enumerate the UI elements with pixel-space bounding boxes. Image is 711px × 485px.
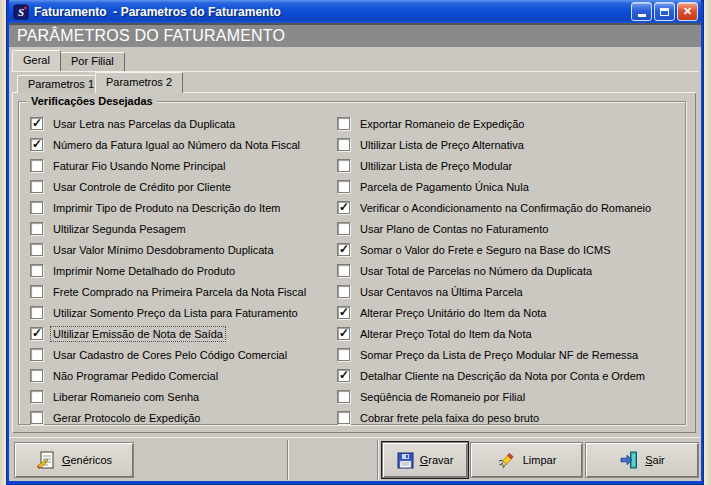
checkbox-label[interactable]: Utilizar Somento Preço da Lista para Fat… bbox=[51, 306, 300, 320]
checkbox-row: Somar o Valor do Frete e Seguro na Base … bbox=[337, 239, 685, 260]
sair-button-label: Sair bbox=[645, 454, 665, 466]
checkbox-label[interactable]: Detalhar Cliente na Descrição da Nota po… bbox=[358, 369, 647, 383]
checkbox-left-15[interactable] bbox=[30, 411, 43, 424]
svg-text:S: S bbox=[18, 6, 24, 18]
tab-geral[interactable]: Geral bbox=[12, 50, 61, 71]
checkbox-label[interactable]: Alterar Preço Unitário do Item da Nota bbox=[358, 306, 548, 320]
checkbox-row: Usar Total de Parcelas no Número da Dupl… bbox=[337, 260, 685, 281]
checkbox-row: Ultilizar Lista de Preço Alternativa bbox=[337, 134, 685, 155]
checkbox-label[interactable]: Usar Plano de Contas no Faturamento bbox=[358, 222, 550, 236]
page-title: PARÂMETROS DO FATURAMENTO bbox=[9, 23, 701, 47]
checkbox-label[interactable]: Liberar Romaneio com Senha bbox=[51, 390, 201, 404]
minimize-icon bbox=[638, 14, 646, 17]
checkbox-left-5[interactable] bbox=[30, 201, 43, 214]
checkbox-label[interactable]: Ultilizar Segunda Pesagem bbox=[51, 222, 188, 236]
checkbox-row: Seqüência de Romaneio por Filial bbox=[337, 386, 685, 407]
close-button[interactable]: ✕ bbox=[677, 2, 698, 21]
tab-por-filial[interactable]: Por Filial bbox=[60, 52, 125, 71]
checkbox-label[interactable]: Cobrar frete pela faixa do peso bruto bbox=[358, 411, 541, 425]
checkbox-right-5[interactable] bbox=[337, 201, 350, 214]
checkbox-column-right: Exportar Romaneio de ExpediçãoUltilizar … bbox=[337, 113, 685, 428]
checkbox-right-13[interactable] bbox=[337, 369, 350, 382]
checkbox-label[interactable]: Ultilizar Lista de Preço Modular bbox=[358, 159, 514, 173]
checkbox-right-10[interactable] bbox=[337, 306, 350, 319]
checkbox-left-12[interactable] bbox=[30, 348, 43, 361]
checkbox-left-3[interactable] bbox=[30, 159, 43, 172]
toolbar-divider bbox=[377, 440, 379, 480]
checkbox-label[interactable]: Usar Total de Parcelas no Número da Dupl… bbox=[358, 264, 594, 278]
checkbox-label[interactable]: Usar Letra nas Parcelas da Duplicata bbox=[51, 117, 237, 131]
checkbox-right-2[interactable] bbox=[337, 138, 350, 151]
checkbox-label[interactable]: Ultilizar Emissão de Nota de Saída bbox=[51, 327, 225, 341]
groupbox-title: Verificações Desejadas bbox=[27, 94, 157, 108]
checkbox-label[interactable]: Ultilizar Lista de Preço Alternativa bbox=[358, 138, 526, 152]
maximize-button[interactable] bbox=[654, 2, 675, 21]
checkbox-left-8[interactable] bbox=[30, 264, 43, 277]
checkbox-label[interactable]: Somar Preço da Lista de Preço Modular NF… bbox=[358, 348, 640, 362]
checkbox-left-1[interactable] bbox=[30, 117, 43, 130]
tab-parametros-1[interactable]: Parametros 1 bbox=[17, 75, 105, 93]
checkbox-label[interactable]: Seqüência de Romaneio por Filial bbox=[358, 390, 527, 404]
checkbox-left-4[interactable] bbox=[30, 180, 43, 193]
genericos-button-label: Genéricos bbox=[62, 454, 112, 466]
eraser-pencil-icon bbox=[497, 450, 517, 470]
checkbox-row: Usar Letra nas Parcelas da Duplicata bbox=[30, 113, 330, 134]
checkbox-left-7[interactable] bbox=[30, 243, 43, 256]
checkbox-left-6[interactable] bbox=[30, 222, 43, 235]
checkbox-label[interactable]: Usar Valor Mínimo Desdobramento Duplicat… bbox=[51, 243, 276, 257]
checkbox-right-1[interactable] bbox=[337, 117, 350, 130]
maximize-icon bbox=[660, 8, 669, 16]
checkbox-label[interactable]: Imprimir Tipo de Produto na Descrição do… bbox=[51, 201, 282, 215]
genericos-button[interactable]: Genéricos bbox=[14, 442, 134, 478]
checkbox-left-14[interactable] bbox=[30, 390, 43, 403]
checkbox-left-13[interactable] bbox=[30, 369, 43, 382]
checkbox-row: Alterar Preço Unitário do Item da Nota bbox=[337, 302, 685, 323]
bottom-toolbar: Genéricos Gravar bbox=[9, 437, 701, 481]
checkbox-left-10[interactable] bbox=[30, 306, 43, 319]
limpar-button-label: Limpar bbox=[523, 454, 557, 466]
minimize-button[interactable] bbox=[631, 2, 652, 21]
checkbox-left-9[interactable] bbox=[30, 285, 43, 298]
tab-parametros-2[interactable]: Parametros 2 bbox=[95, 72, 183, 93]
checkbox-left-2[interactable] bbox=[30, 138, 43, 151]
checkbox-left-11[interactable] bbox=[30, 327, 43, 340]
checkbox-label[interactable]: Gerar Protocolo de Expedição bbox=[51, 411, 202, 425]
checkbox-right-11[interactable] bbox=[337, 327, 350, 340]
checkbox-label[interactable]: Não Programar Pedido Comercial bbox=[51, 369, 220, 383]
checkbox-row: Número da Fatura Igual ao Número da Nota… bbox=[30, 134, 330, 155]
checkbox-label[interactable]: Número da Fatura Igual ao Número da Nota… bbox=[51, 138, 302, 152]
exit-door-icon bbox=[619, 450, 639, 470]
checkbox-row: Alterar Preço Total do Item da Nota bbox=[337, 323, 685, 344]
checkbox-label[interactable]: Exportar Romaneio de Expedição bbox=[358, 117, 526, 131]
checkbox-right-6[interactable] bbox=[337, 222, 350, 235]
checkbox-label[interactable]: Usar Controle de Crédito por Cliente bbox=[51, 180, 233, 194]
checkbox-label[interactable]: Alterar Preço Total do Item da Nota bbox=[358, 327, 534, 341]
checkbox-right-14[interactable] bbox=[337, 390, 350, 403]
checkbox-right-7[interactable] bbox=[337, 243, 350, 256]
checkbox-right-4[interactable] bbox=[337, 180, 350, 193]
checkbox-right-3[interactable] bbox=[337, 159, 350, 172]
checkbox-right-15[interactable] bbox=[337, 411, 350, 424]
checkbox-row: Frete Comprado na Primeira Parcela da No… bbox=[30, 281, 330, 302]
checkbox-right-8[interactable] bbox=[337, 264, 350, 277]
checkbox-row: Faturar Fio Usando Nome Principal bbox=[30, 155, 330, 176]
checkbox-row: Imprimir Tipo de Produto na Descrição do… bbox=[30, 197, 330, 218]
checkbox-label[interactable]: Imprimir Nome Detalhado do Produto bbox=[51, 264, 237, 278]
checkbox-right-12[interactable] bbox=[337, 348, 350, 361]
sair-button[interactable]: Sair bbox=[585, 442, 699, 478]
checkbox-right-9[interactable] bbox=[337, 285, 350, 298]
checkbox-row: Ultilizar Segunda Pesagem bbox=[30, 218, 330, 239]
checkbox-label[interactable]: Faturar Fio Usando Nome Principal bbox=[51, 159, 227, 173]
checkbox-label[interactable]: Parcela de Pagamento Única Nula bbox=[358, 180, 531, 194]
window-inner: S Faturamento - Parametros do Faturament… bbox=[9, 0, 701, 481]
tab-page: Verificações Desejadas Usar Letra nas Pa… bbox=[12, 92, 696, 433]
gravar-button[interactable]: Gravar bbox=[382, 442, 468, 478]
limpar-button[interactable]: Limpar bbox=[470, 442, 583, 478]
checkbox-label[interactable]: Usar Cadastro de Cores Pelo Código Comer… bbox=[51, 348, 289, 362]
checkbox-label[interactable]: Somar o Valor do Frete e Seguro na Base … bbox=[358, 243, 612, 257]
checkbox-label[interactable]: Usar Centavos na Última Parcela bbox=[358, 285, 525, 299]
checkbox-label[interactable]: Frete Comprado na Primeira Parcela da No… bbox=[51, 285, 308, 299]
toolbar-divider bbox=[287, 440, 289, 480]
checkbox-row: Liberar Romaneio com Senha bbox=[30, 386, 330, 407]
checkbox-label[interactable]: Verificar o Acondicionamento na Confirma… bbox=[358, 201, 653, 215]
